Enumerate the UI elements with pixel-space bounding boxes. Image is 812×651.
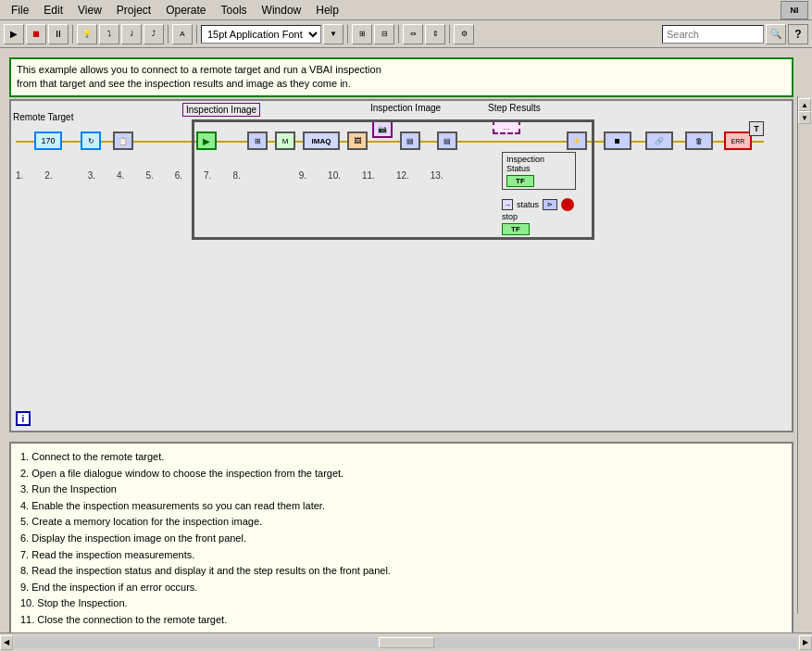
node-13[interactable]: ERR (724, 131, 752, 150)
sep6 (449, 25, 450, 44)
status-row: → status ⊳ (502, 198, 574, 211)
instruction-2: 2. Open a file dialogue window to choose… (20, 466, 782, 482)
num-1: 1. (16, 170, 23, 181)
instruction-10: 10. Stop the Inspection. (20, 595, 782, 612)
scroll-thumb[interactable] (379, 637, 434, 648)
menu-operate[interactable]: Operate (158, 2, 213, 19)
num-13: 13. (431, 170, 443, 181)
status-arrow: → (502, 199, 513, 210)
node-11[interactable]: 🔗 (645, 131, 673, 150)
stop-tf-indicator: TF (502, 223, 530, 235)
num-7: 7. (204, 170, 211, 181)
node-6[interactable]: 🖼 (347, 131, 368, 150)
scroll-down-button[interactable]: ▼ (798, 111, 811, 124)
num-11: 11. (362, 170, 375, 181)
font-selector[interactable]: 15pt Application Font (201, 25, 321, 44)
node-run[interactable]: ▶ (196, 131, 217, 150)
stop-label: stop (502, 212, 530, 221)
toolbar: ▶ ⏹ ⏸ 💡 ⤵ ⤸ ⤴ A 15pt Application Font ▼ … (0, 20, 812, 48)
inspection-label: Inspection (506, 155, 571, 164)
menu-edit[interactable]: Edit (36, 2, 70, 19)
run-button[interactable]: ▶ (4, 24, 24, 44)
step-out-button[interactable]: ⤴ (144, 24, 164, 44)
font-size-down[interactable]: ▼ (323, 24, 344, 44)
node-10[interactable]: ⏹ (604, 131, 631, 150)
instruction-11: 11. Close the connection to the remote t… (20, 612, 782, 629)
node-1[interactable]: ↻ (81, 131, 101, 150)
node-8[interactable]: ▤ (437, 131, 457, 150)
remote-target-label: Remote Target (13, 112, 73, 122)
menu-file[interactable]: File (4, 2, 36, 19)
node-12[interactable]: 🗑 (685, 131, 713, 150)
highlight-button[interactable]: 💡 (77, 24, 97, 44)
node-9[interactable]: ⚡ (567, 131, 587, 150)
num-5: 5. (145, 170, 153, 181)
step-over-button[interactable]: ⤸ (121, 24, 142, 44)
node-7[interactable]: ▤ (400, 131, 420, 150)
scroll-right-button[interactable]: ▶ (799, 635, 812, 650)
resize-button[interactable]: ⇔ (403, 24, 423, 44)
status-label: Status (506, 164, 571, 173)
num-12: 12. (396, 170, 409, 181)
stop-indicator (561, 198, 574, 211)
instruction-3: 3. Run the Inspection (20, 482, 782, 498)
sep4 (347, 25, 348, 44)
menu-tools[interactable]: Tools (214, 2, 255, 19)
node-5[interactable]: M (275, 131, 295, 150)
pause-button[interactable]: ⏸ (48, 24, 69, 44)
snap-button[interactable]: ⚙ (454, 24, 474, 44)
scroll-left-button[interactable]: ◀ (0, 635, 13, 650)
description-line1: This example allows you to connect to a … (17, 64, 381, 75)
num-2: 2. (44, 170, 52, 181)
num-10: 10. (328, 170, 341, 181)
sep1 (72, 25, 73, 44)
instruction-6: 6. Display the inspection image on the f… (20, 531, 782, 547)
step-results-display[interactable]: … (493, 119, 520, 134)
inspection-image-display[interactable]: 📷 (372, 119, 393, 138)
sep5 (398, 25, 399, 44)
ni-logo: NI (781, 1, 808, 19)
instruction-8: 8. Read the inspection status and displa… (20, 563, 782, 580)
instructions-box: 1. Connect to the remote target. 2. Open… (9, 442, 793, 632)
node-imaq[interactable]: IMAQ (303, 131, 340, 150)
inspection-status-box: Inspection Status TF (502, 152, 576, 190)
search-input[interactable] (662, 25, 764, 44)
instruction-1: 1. Connect to the remote target. (20, 449, 782, 466)
vi-inner: Remote Target Inspection Image Inspectio… (11, 101, 792, 431)
scrollbar-right[interactable]: ▲ ▼ (797, 96, 812, 614)
menu-window[interactable]: Window (255, 2, 309, 19)
num-9: 9. (299, 170, 306, 181)
distribute-button[interactable]: ⊟ (374, 24, 394, 44)
menu-project[interactable]: Project (109, 2, 158, 19)
align-button[interactable]: ⊞ (352, 24, 372, 44)
menu-view[interactable]: View (70, 2, 109, 19)
instruction-4: 4. Enable the inspection measurements so… (20, 498, 782, 515)
step-into-button[interactable]: ⤵ (99, 24, 119, 44)
help-button[interactable]: ? (788, 24, 808, 44)
inspection-image-label: Inspection Image (182, 103, 260, 117)
vi-diagram-box: Remote Target Inspection Image Inspectio… (9, 99, 793, 432)
instruction-9: 9. End the inspection if an error occurs… (20, 580, 782, 596)
abort-button[interactable]: ⏹ (26, 24, 46, 44)
diagram-area: This example allows you to connect to a … (0, 48, 812, 632)
search-button[interactable]: 🔍 (766, 24, 786, 44)
number-labels-row: 1. 2. 3. 4. 5. 6. 7. 8. 9. 10. 11. 12. 1… (16, 170, 443, 181)
description-line2: from that target and see the inspection … (17, 78, 351, 89)
reorder-button[interactable]: ⇕ (425, 24, 445, 44)
wire-junction: ⊳ (543, 199, 557, 210)
info-box: i (16, 411, 31, 426)
node-4[interactable]: ⊞ (247, 131, 268, 150)
text-settings-button[interactable]: A (172, 24, 193, 44)
node-2[interactable]: 📋 (113, 131, 133, 150)
step-results-label: Step Results (488, 103, 541, 113)
t-indicator: T (749, 121, 764, 136)
scroll-track (15, 637, 797, 648)
node-remote-target[interactable]: 170 (34, 131, 62, 150)
stop-row: stop TF (502, 212, 530, 235)
sep3 (196, 25, 197, 44)
scroll-up-button[interactable]: ▲ (798, 98, 811, 111)
inspection-image2-label: Inspection Image (370, 103, 441, 113)
menu-bar: File Edit View Project Operate Tools Win… (0, 0, 812, 20)
menu-help[interactable]: Help (308, 2, 346, 19)
instruction-5: 5. Create a memory location for the insp… (20, 514, 782, 531)
